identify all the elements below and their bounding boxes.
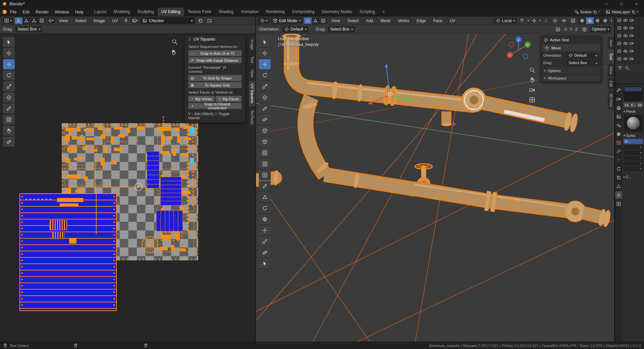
blender-logo-icon[interactable] bbox=[2, 9, 7, 14]
uv-menu-uv[interactable]: UV bbox=[109, 17, 121, 25]
assign-button[interactable]: As bbox=[624, 102, 630, 107]
uv-tab-textools[interactable]: TexTools bbox=[249, 107, 255, 127]
bevel-tool[interactable] bbox=[259, 159, 271, 169]
navigation-gizmo[interactable]: Z Y X bbox=[503, 35, 534, 65]
workspace-tab-geometry-nodes[interactable]: Geometry Nodes bbox=[318, 8, 356, 16]
new-image-button[interactable] bbox=[197, 17, 204, 24]
vertex-select-button[interactable] bbox=[304, 17, 312, 24]
snap-grid-button[interactable] bbox=[554, 26, 562, 33]
uv-rip-region-tool[interactable] bbox=[3, 114, 15, 125]
scale-tool[interactable] bbox=[259, 81, 271, 92]
ortho-toggle-icon[interactable] bbox=[529, 97, 535, 103]
vp-tab-tool[interactable]: Tool bbox=[608, 50, 614, 62]
material-slot-list[interactable] bbox=[624, 86, 643, 101]
uv-tab-uv-squares[interactable]: UV Squares bbox=[249, 81, 255, 106]
viewport-canvas[interactable]: User Perspective (74) Шпилька_lowpoly bbox=[256, 34, 614, 342]
options-subpanel[interactable]: ▸ Options bbox=[542, 67, 600, 74]
image-pin-button[interactable] bbox=[122, 17, 130, 24]
vp-tab-view[interactable]: View bbox=[608, 64, 614, 77]
vp-menu-vertex[interactable]: Vertex bbox=[395, 17, 412, 25]
workspace-tab-uv-editing[interactable]: UV Editing bbox=[158, 8, 184, 16]
checkbox-icon[interactable] bbox=[617, 57, 622, 61]
outliner-row[interactable] bbox=[615, 47, 644, 55]
inset-faces-tool[interactable] bbox=[259, 148, 271, 158]
outliner-row[interactable] bbox=[615, 24, 644, 32]
workspace-subpanel[interactable]: ▸ Workspace bbox=[542, 75, 600, 81]
open-image-button[interactable] bbox=[206, 17, 213, 24]
unlink-scene-icon[interactable]: × bbox=[598, 10, 600, 13]
camera-view-icon[interactable] bbox=[529, 87, 535, 93]
np-orientation-dropdown[interactable]: Default bbox=[566, 53, 599, 58]
editor-type-button[interactable] bbox=[258, 17, 269, 24]
menu-render[interactable]: Render bbox=[33, 8, 52, 16]
tab-render[interactable] bbox=[615, 95, 622, 103]
surface-setting-dropdown[interactable] bbox=[624, 145, 643, 150]
options-dropdown[interactable]: Options bbox=[590, 26, 611, 33]
shading-options-icon[interactable]: ▾ bbox=[610, 19, 612, 22]
uv-tab-view[interactable]: View bbox=[249, 67, 255, 80]
uv-select-box-tool[interactable] bbox=[3, 37, 15, 47]
proportional-options-icon[interactable]: ▾ bbox=[539, 19, 541, 22]
vp-menu-mesh[interactable]: Mesh bbox=[378, 17, 393, 25]
checkbox-icon[interactable] bbox=[617, 41, 622, 46]
custom-props-header[interactable]: ▸ C... bbox=[624, 174, 643, 180]
show-overlays-button[interactable] bbox=[560, 17, 568, 24]
uv-tab-image[interactable]: Image bbox=[249, 37, 255, 53]
extrude-region-tool[interactable] bbox=[259, 137, 271, 147]
uv-tab-tool[interactable]: Tool bbox=[249, 54, 255, 66]
surface-setting-dropdown[interactable] bbox=[624, 161, 643, 166]
proportional-edit-button[interactable] bbox=[530, 17, 538, 24]
surface-setting-dropdown[interactable] bbox=[624, 167, 643, 171]
menu-file[interactable]: File bbox=[7, 8, 19, 16]
vp-tab-3d-print[interactable]: 3D-Print bbox=[608, 91, 614, 109]
tab-texture[interactable] bbox=[615, 200, 622, 208]
mode-dropdown[interactable]: Edit Mode bbox=[271, 17, 303, 24]
vp-menu-edge[interactable]: Edge bbox=[414, 17, 429, 25]
tab-scene[interactable] bbox=[615, 121, 622, 129]
select-button[interactable]: S... bbox=[630, 102, 636, 107]
material-shading-button[interactable] bbox=[594, 17, 601, 24]
workspace-tab-modeling[interactable]: Modeling bbox=[110, 8, 134, 16]
eye-icon[interactable] bbox=[623, 41, 628, 46]
workspace-tab-sculpting[interactable]: Sculpting bbox=[134, 8, 158, 16]
xray-toggle-button[interactable] bbox=[569, 17, 577, 24]
uv-menu-image[interactable]: Image bbox=[91, 17, 108, 25]
edge-slide-tool[interactable] bbox=[259, 225, 271, 236]
preview-panel-header[interactable]: ▾ Previe bbox=[624, 109, 643, 114]
checkbox-icon[interactable] bbox=[617, 18, 622, 22]
surface-setting-dropdown[interactable] bbox=[624, 156, 643, 160]
minimize-button[interactable]: – bbox=[599, 0, 614, 8]
close-button[interactable]: × bbox=[629, 0, 644, 8]
axis-z-button[interactable]: Z bbox=[574, 27, 579, 32]
tab-particles[interactable] bbox=[615, 156, 622, 164]
snap-equal-distance-button[interactable]: ⇌ Snap with Equal Distance bbox=[188, 57, 242, 63]
zoom-icon[interactable] bbox=[529, 67, 535, 73]
axis-y-button[interactable]: Y bbox=[569, 27, 574, 32]
camera-icon[interactable] bbox=[629, 18, 634, 22]
measure-tool[interactable] bbox=[259, 114, 271, 125]
workspace-tab-shading[interactable]: Shading bbox=[215, 8, 237, 16]
filter-icon[interactable] bbox=[618, 66, 622, 70]
tab-physics[interactable] bbox=[615, 165, 622, 173]
tab-constraints[interactable] bbox=[615, 174, 622, 182]
rip-region-tool[interactable] bbox=[259, 258, 271, 269]
snap-closest-button[interactable]: ⌖ Snap to Closest Unselected bbox=[188, 103, 242, 109]
menu-edit[interactable]: Edit bbox=[19, 8, 33, 16]
uv-select-vertex-button[interactable] bbox=[15, 17, 22, 24]
deselect-button[interactable]: De bbox=[637, 102, 643, 107]
outliner-row[interactable] bbox=[615, 16, 644, 24]
poly-build-tool[interactable] bbox=[259, 192, 271, 202]
uv-scale-tool[interactable] bbox=[3, 81, 15, 92]
tab-world[interactable] bbox=[615, 130, 622, 138]
tab-output[interactable] bbox=[615, 104, 622, 112]
outliner-row[interactable] bbox=[615, 32, 644, 40]
annotate-tool[interactable] bbox=[259, 103, 271, 114]
surface-setting-dropdown[interactable] bbox=[624, 151, 643, 155]
active-tool-header[interactable]: Move bbox=[542, 44, 600, 51]
maximize-button[interactable]: □ bbox=[614, 0, 629, 8]
vp-menu-select[interactable]: Select bbox=[344, 17, 362, 25]
face-select-button[interactable] bbox=[319, 17, 327, 24]
uv-drag-dropdown[interactable]: Select Box bbox=[15, 26, 42, 33]
checkbox-icon[interactable] bbox=[617, 34, 622, 38]
uv-cursor-tool[interactable] bbox=[3, 48, 15, 58]
